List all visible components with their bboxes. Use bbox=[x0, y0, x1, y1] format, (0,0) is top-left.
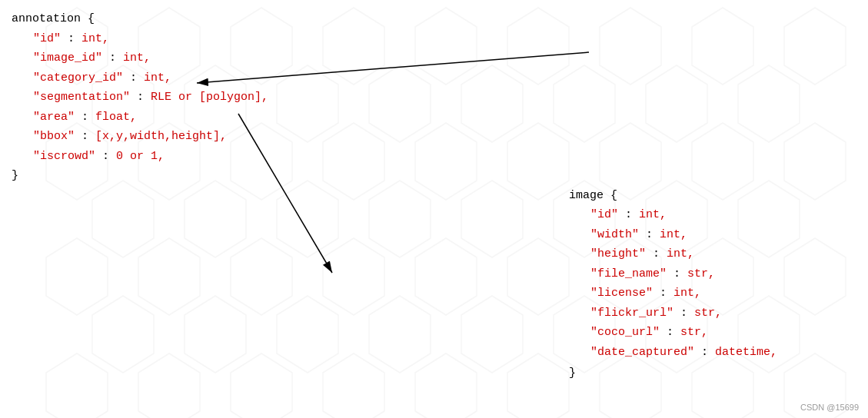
annotation-closing: } bbox=[12, 166, 868, 186]
svg-marker-26 bbox=[92, 181, 154, 257]
image-title: image { bbox=[569, 186, 868, 206]
image-field-license: "license" : int, bbox=[569, 284, 868, 304]
svg-marker-37 bbox=[323, 238, 384, 315]
svg-marker-30 bbox=[461, 181, 523, 257]
svg-marker-38 bbox=[415, 238, 477, 315]
svg-marker-29 bbox=[369, 181, 431, 257]
svg-marker-44 bbox=[185, 296, 246, 373]
annotation-field-iscrowd: "iscrowd" : 0 or 1, bbox=[12, 147, 868, 167]
image-field-height: "height" : int, bbox=[569, 244, 868, 264]
svg-marker-35 bbox=[138, 238, 200, 315]
svg-marker-53 bbox=[231, 353, 292, 418]
annotation-field-image_id: "image_id" : int, bbox=[12, 48, 868, 68]
svg-marker-34 bbox=[46, 238, 108, 315]
svg-marker-51 bbox=[46, 353, 108, 418]
image-field-id: "id" : int, bbox=[569, 205, 868, 225]
svg-marker-55 bbox=[415, 353, 477, 418]
svg-marker-47 bbox=[461, 296, 523, 373]
watermark: CSDN @15699 bbox=[800, 403, 859, 412]
annotation-field-id: "id" : int, bbox=[12, 29, 868, 49]
annotation-block: annotation { "id" : int, "image_id" : in… bbox=[12, 9, 868, 186]
image-block: image { "id" : int, "width" : int, "heig… bbox=[569, 186, 868, 383]
svg-marker-27 bbox=[185, 181, 246, 257]
svg-marker-54 bbox=[323, 353, 384, 418]
svg-marker-46 bbox=[369, 296, 431, 373]
svg-marker-52 bbox=[138, 353, 200, 418]
image-closing: } bbox=[569, 363, 868, 383]
svg-marker-28 bbox=[277, 181, 338, 257]
image-field-coco_url: "coco_url" : str, bbox=[569, 323, 868, 343]
svg-marker-56 bbox=[507, 353, 569, 418]
svg-marker-36 bbox=[231, 238, 292, 315]
svg-marker-43 bbox=[92, 296, 154, 373]
image-field-width: "width" : int, bbox=[569, 225, 868, 245]
annotation-field-category_id: "category_id" : int, bbox=[12, 68, 868, 88]
image-field-file_name: "file_name" : str, bbox=[569, 264, 868, 284]
annotation-field-segmentation: "segmentation" : RLE or [polygon], bbox=[12, 88, 868, 108]
annotation-field-bbox: "bbox" : [x,y,width,height], bbox=[12, 127, 868, 147]
image-field-date_captured: "date_captured" : datetime, bbox=[569, 343, 868, 363]
annotation-title: annotation { bbox=[12, 9, 868, 29]
svg-marker-45 bbox=[277, 296, 338, 373]
image-field-flickr_url: "flickr_url" : str, bbox=[569, 304, 868, 323]
annotation-field-area: "area" : float, bbox=[12, 108, 868, 128]
svg-marker-39 bbox=[507, 238, 569, 315]
